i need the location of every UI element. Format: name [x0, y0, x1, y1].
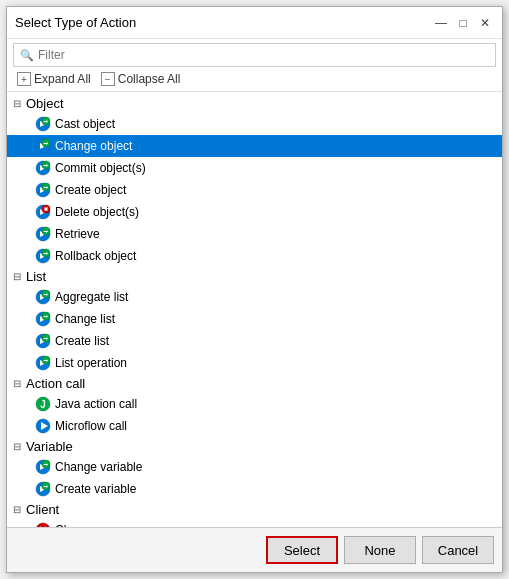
item-label-cast-object: Cast object [55, 117, 115, 131]
item-icon-microflow-call [35, 418, 51, 434]
item-label-change-variable: Change variable [55, 460, 142, 474]
filter-box[interactable]: 🔍 [13, 43, 496, 67]
item-label-create-list: Create list [55, 334, 109, 348]
tree-item-retrieve[interactable]: Retrieve [7, 223, 502, 245]
section-header-action-call[interactable]: ⊟ Action call [7, 374, 502, 393]
tree-item-change-variable[interactable]: Change variable [7, 456, 502, 478]
section-header-list[interactable]: ⊟ List [7, 267, 502, 286]
collapse-icon-variable: ⊟ [13, 441, 23, 452]
close-button[interactable]: ✕ [476, 14, 494, 32]
item-icon-cast-object [35, 116, 51, 132]
tree-item-aggregate-list[interactable]: Aggregate list [7, 286, 502, 308]
section-label-variable: Variable [26, 439, 73, 454]
collapse-icon-client: ⊟ [13, 504, 23, 515]
item-label-list-operation: List operation [55, 356, 127, 370]
item-label-change-object: Change object [55, 139, 132, 153]
collapse-icon-list: ⊟ [13, 271, 23, 282]
item-label-create-object: Create object [55, 183, 126, 197]
section-header-client[interactable]: ⊟ Client [7, 500, 502, 519]
item-label-commit-objects: Commit object(s) [55, 161, 146, 175]
item-icon-rollback-object [35, 248, 51, 264]
none-button[interactable]: None [344, 536, 416, 564]
item-icon-change-variable [35, 459, 51, 475]
collapse-icon-action-call: ⊟ [13, 378, 23, 389]
tree-item-java-action-call[interactable]: J Java action call [7, 393, 502, 415]
item-icon-commit-objects [35, 160, 51, 176]
footer: Select None Cancel [7, 527, 502, 572]
section-header-object[interactable]: ⊟ Object [7, 94, 502, 113]
search-icon: 🔍 [20, 49, 34, 62]
main-window: Select Type of Action — □ ✕ 🔍 + Expand A… [6, 6, 503, 573]
expand-all-icon: + [17, 72, 31, 86]
item-icon-retrieve [35, 226, 51, 242]
svg-text:J: J [40, 399, 46, 410]
tree-item-change-object[interactable]: Change object [7, 135, 502, 157]
tree-item-create-list[interactable]: Create list [7, 330, 502, 352]
tree-area[interactable]: ⊟ Object Cast object Change object Commi… [7, 92, 502, 527]
filter-input[interactable] [38, 48, 489, 62]
cancel-button[interactable]: Cancel [422, 536, 494, 564]
tree-item-create-object[interactable]: Create object [7, 179, 502, 201]
expand-all-label: Expand All [34, 72, 91, 86]
tree-item-list-operation[interactable]: List operation [7, 352, 502, 374]
item-icon-close-page [35, 522, 51, 527]
minimize-button[interactable]: — [432, 14, 450, 32]
maximize-button[interactable]: □ [454, 14, 472, 32]
section-label-object: Object [26, 96, 64, 111]
item-icon-create-object [35, 182, 51, 198]
tree-item-delete-objects[interactable]: Delete object(s) [7, 201, 502, 223]
item-label-rollback-object: Rollback object [55, 249, 136, 263]
section-header-variable[interactable]: ⊟ Variable [7, 437, 502, 456]
tree-item-close-page[interactable]: Close page [7, 519, 502, 527]
collapse-all-label: Collapse All [118, 72, 181, 86]
toolbar: 🔍 + Expand All − Collapse All [7, 39, 502, 92]
item-label-java-action-call: Java action call [55, 397, 137, 411]
section-label-action-call: Action call [26, 376, 85, 391]
item-icon-create-list [35, 333, 51, 349]
item-label-delete-objects: Delete object(s) [55, 205, 139, 219]
item-icon-aggregate-list [35, 289, 51, 305]
section-label-client: Client [26, 502, 59, 517]
item-icon-create-variable [35, 481, 51, 497]
title-bar: Select Type of Action — □ ✕ [7, 7, 502, 39]
select-button[interactable]: Select [266, 536, 338, 564]
tree-item-change-list[interactable]: Change list [7, 308, 502, 330]
item-label-create-variable: Create variable [55, 482, 136, 496]
section-label-list: List [26, 269, 46, 284]
item-icon-change-list [35, 311, 51, 327]
item-icon-change-object [35, 138, 51, 154]
tree-item-commit-objects[interactable]: Commit object(s) [7, 157, 502, 179]
svg-point-32 [36, 523, 50, 527]
expand-collapse-buttons: + Expand All − Collapse All [13, 71, 496, 87]
item-icon-list-operation [35, 355, 51, 371]
item-label-change-list: Change list [55, 312, 115, 326]
expand-all-button[interactable]: + Expand All [13, 71, 95, 87]
title-bar-buttons: — □ ✕ [432, 14, 494, 32]
item-label-microflow-call: Microflow call [55, 419, 127, 433]
tree-item-microflow-call[interactable]: Microflow call [7, 415, 502, 437]
tree-item-rollback-object[interactable]: Rollback object [7, 245, 502, 267]
collapse-all-icon: − [101, 72, 115, 86]
tree-item-cast-object[interactable]: Cast object [7, 113, 502, 135]
collapse-all-button[interactable]: − Collapse All [97, 71, 185, 87]
item-icon-java-action-call: J [35, 396, 51, 412]
item-label-aggregate-list: Aggregate list [55, 290, 128, 304]
item-icon-delete-objects [35, 204, 51, 220]
item-label-retrieve: Retrieve [55, 227, 100, 241]
window-title: Select Type of Action [15, 15, 136, 30]
collapse-icon-object: ⊟ [13, 98, 23, 109]
tree-item-create-variable[interactable]: Create variable [7, 478, 502, 500]
